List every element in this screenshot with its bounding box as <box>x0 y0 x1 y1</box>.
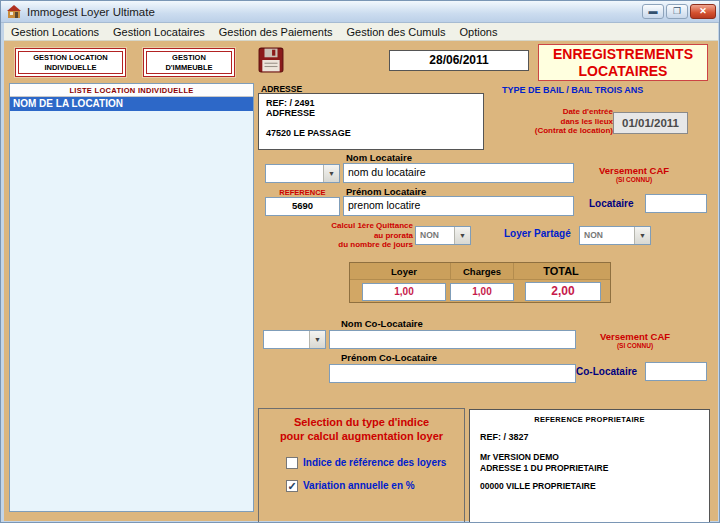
total-column-header: TOTAL <box>522 265 600 277</box>
menu-options[interactable]: Options <box>453 25 505 39</box>
quittance-combo[interactable]: NON ▼ <box>415 226 471 245</box>
maximize-button[interactable]: ❐ <box>666 4 688 19</box>
quittance-label: Calcul 1ère Quittance au prorata du nomb… <box>299 221 413 250</box>
reference-label: REFERENCE <box>265 188 340 197</box>
location-list-header: LISTE LOCATION INDIVIDUELLE <box>10 84 253 97</box>
tenant-caf-label: Locataire <box>589 198 633 209</box>
menu-gestion-paiements[interactable]: Gestion des Paiements <box>212 25 340 39</box>
charges-column-header: Charges <box>450 263 514 280</box>
owner-name: Mr VERSION DEMO <box>480 452 559 462</box>
menu-bar: Gestion Locations Gestion Locataires Ges… <box>4 23 718 41</box>
chevron-down-icon[interactable]: ▼ <box>634 227 650 244</box>
save-icon <box>258 59 284 76</box>
variation-annuelle-checkbox[interactable]: ✓ <box>286 480 298 492</box>
bail-type-label: TYPE DE BAIL / BAIL TROIS ANS <box>502 85 643 95</box>
indice-title-line2: pour calcul augmentation loyer <box>259 430 464 442</box>
variation-annuelle-label: Variation annuelle en % <box>303 480 415 491</box>
total-field[interactable]: 2,00 <box>525 282 601 301</box>
reference-field[interactable]: 5690 <box>265 197 340 216</box>
app-icon <box>7 5 21 19</box>
loyer-partage-combo[interactable]: NON ▼ <box>579 226 651 245</box>
amounts-table-header: Loyer Charges TOTAL <box>350 263 610 280</box>
menu-gestion-locataires[interactable]: Gestion Locataires <box>106 25 212 39</box>
chevron-down-icon[interactable]: ▼ <box>309 331 325 348</box>
gestion-location-individuelle-button[interactable]: GESTION LOCATION INDIVIDUELLE <box>15 48 126 77</box>
app-window: Immogest Loyer Ultimate ▬ ❐ ✕ Gestion Lo… <box>0 0 720 523</box>
title-bar: Immogest Loyer Ultimate ▬ ❐ ✕ <box>1 1 720 23</box>
loyer-field[interactable]: 1,00 <box>362 283 446 301</box>
charges-field[interactable]: 1,00 <box>450 283 514 301</box>
save-button[interactable] <box>258 47 286 75</box>
tenant-caf-field[interactable] <box>645 194 707 213</box>
owner-header: REFERENCE PROPRIETAIRE <box>470 415 709 424</box>
loyer-column-header: Loyer <box>362 266 446 277</box>
close-button[interactable]: ✕ <box>690 4 716 19</box>
entry-date-field[interactable]: 01/01/2011 <box>613 112 688 134</box>
cotenant-firstname-field[interactable] <box>329 364 576 383</box>
address-city: 47520 LE PASSAGE <box>266 128 351 138</box>
cotenant-name-label: Nom Co-Locataire <box>341 318 423 329</box>
minimize-button[interactable]: ▬ <box>642 4 664 19</box>
indice-reference-label: Indice de référence des loyers <box>303 457 446 468</box>
loyer-partage-label: Loyer Partagé <box>504 228 571 239</box>
chevron-down-icon[interactable]: ▼ <box>454 227 470 244</box>
chevron-down-icon[interactable]: ▼ <box>323 165 339 182</box>
owner-box: REFERENCE PROPRIETAIRE REF: / 3827 Mr VE… <box>469 409 710 523</box>
amounts-table: Loyer Charges TOTAL 1,00 1,00 2,00 <box>349 262 611 303</box>
gestion-immeuble-button[interactable]: GESTION D'IMMEUBLE <box>143 48 235 77</box>
indice-title-line1: Selection du type d'indice <box>259 416 464 428</box>
owner-ref: REF: / 3827 <box>480 432 529 442</box>
menu-gestion-cumuls[interactable]: Gestion des Cumuls <box>340 25 453 39</box>
owner-address: ADRESSE 1 DU PROPRIETAIRE <box>480 463 608 473</box>
owner-city: 00000 VILLE PROPRIETAIRE <box>480 481 596 491</box>
current-date-field[interactable]: 28/06/2011 <box>389 50 529 71</box>
location-list-item[interactable]: NOM DE LA LOCATION <box>10 97 253 111</box>
cotenant-firstname-label: Prénom Co-Locataire <box>341 352 437 363</box>
cotenant-caf-field[interactable] <box>645 362 707 381</box>
indice-panel: Selection du type d'indice pour calcul a… <box>258 408 465 523</box>
cotenant-name-field[interactable] <box>329 330 576 349</box>
enregistrements-banner: ENREGISTREMENTS LOCATAIRES <box>538 44 708 81</box>
window-title: Immogest Loyer Ultimate <box>27 6 155 18</box>
indice-reference-checkbox[interactable] <box>286 457 298 469</box>
location-list: LISTE LOCATION INDIVIDUELLE NOM DE LA LO… <box>9 83 254 512</box>
menu-gestion-locations[interactable]: Gestion Locations <box>4 25 106 39</box>
address-ref: REF: / 2491 <box>266 98 315 108</box>
entry-date-label: Date d'entrée dans les lieux (Contrat de… <box>509 107 613 136</box>
main-content: GESTION LOCATION INDIVIDUELLE GESTION D'… <box>4 41 718 521</box>
tenant-firstname-field[interactable]: prenom locatire <box>343 196 574 216</box>
cotenant-caf-title-block: Versement CAF (SI CONNU) <box>589 331 681 349</box>
tenant-caf-title-block: Versement CAF (SI CONNU) <box>588 165 680 183</box>
cotenant-name-combo[interactable]: ▼ <box>263 330 326 349</box>
tenant-name-label: Nom Locataire <box>346 152 412 163</box>
cotenant-caf-label: Co-Locataire <box>576 366 637 377</box>
address-box: REF: / 2491 ADFRESSE 47520 LE PASSAGE <box>258 93 484 150</box>
tenant-name-field[interactable]: nom du locataire <box>343 163 574 183</box>
address-line1: ADFRESSE <box>266 108 315 118</box>
tenant-name-combo[interactable]: ▼ <box>265 164 340 183</box>
